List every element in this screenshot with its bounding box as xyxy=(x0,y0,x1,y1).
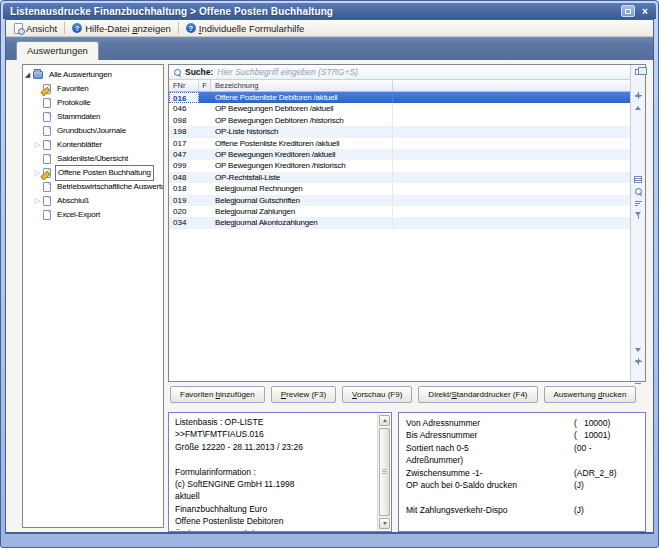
hilfe-datei-label: Hilfe-Datei anzeigen xyxy=(85,23,171,34)
row-name: OP Bewegungen Debitoren /historisch xyxy=(211,115,393,126)
row-fnr: 046 xyxy=(169,103,199,114)
tab-auswertungen[interactable]: Auswertungen xyxy=(16,41,99,60)
scroll-top-icon[interactable] xyxy=(632,78,645,89)
close-button[interactable]: × xyxy=(638,5,652,17)
info-scrollbar[interactable] xyxy=(377,414,390,530)
info-line: Änd. 04.10.2012 <hda> xyxy=(175,528,373,532)
tree-root-alle-auswertungen[interactable]: ◢ Alle Auswertungen xyxy=(23,68,163,82)
title-bar[interactable]: Listenausdrucke Finanzbuchhaltung > Offe… xyxy=(3,3,656,19)
search-bar[interactable]: Suche: Hier Suchbegriff eingeben (STRG+S… xyxy=(169,65,630,80)
zoom-icon[interactable] xyxy=(632,186,645,197)
tree-item-favoriten[interactable]: Favoriten xyxy=(23,82,163,96)
row-name: Belegjournal Zahlungen xyxy=(211,206,393,217)
table-row[interactable]: 048 OP-Rechtsfall-Liste xyxy=(169,172,630,183)
table-row[interactable]: 020 Belegjournal Zahlungen xyxy=(169,206,630,217)
tree-item-excel-export[interactable]: Excel-Export xyxy=(23,208,163,222)
parameter-row: Von Adressnummer( 10000) xyxy=(406,417,639,429)
search-input[interactable]: Hier Suchbegriff eingeben (STRG+S) xyxy=(217,67,358,77)
column-list-icon[interactable] xyxy=(632,174,645,185)
direkt-standarddrucker-button[interactable]: Direkt/Standarddrucker (F4) xyxy=(418,386,537,403)
tree-item-offene-posten-buchhaltung[interactable]: ▷ Offene Posten Buchhaltung xyxy=(23,166,163,180)
search-icon xyxy=(174,69,181,76)
restore-button[interactable] xyxy=(621,5,635,17)
tree-item-kontenblaetter[interactable]: ▷ Kontenblätter xyxy=(23,138,163,152)
toolbar: Ansicht ? Hilfe-Datei anzeigen ? Individ… xyxy=(6,20,653,37)
row-flag xyxy=(199,103,211,114)
table-row[interactable]: 017 Offene Postenliste Kreditoren /aktue… xyxy=(169,138,630,149)
chevron-right-icon[interactable]: ▷ xyxy=(33,138,42,152)
table-row[interactable]: 034 Belegjournal Akontozahlungen xyxy=(169,217,630,228)
vorschau-button[interactable]: Vorschau (F9) xyxy=(342,386,412,403)
tree-item-label: Protokolle xyxy=(55,96,93,110)
main-area: ◢ Alle Auswertungen Favoriten Protokolle xyxy=(6,60,653,532)
document-icon xyxy=(43,126,51,136)
column-header-fnr[interactable]: FNr xyxy=(169,80,199,91)
info-line: Formularinformation : xyxy=(175,466,373,478)
table-row[interactable]: 016 Offene Postenliste Debitoren /aktuel… xyxy=(169,92,630,103)
hilfe-datei-anzeigen-button[interactable]: ? Hilfe-Datei anzeigen xyxy=(67,21,176,36)
scroll-up-icon[interactable] xyxy=(632,102,645,113)
restore-icon xyxy=(625,9,631,14)
ansicht-button[interactable]: Ansicht xyxy=(9,21,62,36)
column-header-flag[interactable]: F xyxy=(199,80,211,91)
column-header-bezeichnung[interactable]: Bezeichnung xyxy=(211,80,393,91)
row-fnr: 099 xyxy=(169,160,199,171)
parameter-row: Bis Adressnummer( 10001) xyxy=(406,429,639,441)
report-list-panel: Suche: Hier Suchbegriff eingeben (STRG+S… xyxy=(168,64,646,382)
scroll-page-up-icon[interactable] xyxy=(632,90,645,101)
app-window: Listenausdrucke Finanzbuchhaltung > Offe… xyxy=(0,0,659,548)
tree-item-saldenliste-uebersicht[interactable]: Saldenliste/Übersicht xyxy=(23,152,163,166)
table-row[interactable]: 099 OP Bewegungen Kreditoren /historisch xyxy=(169,160,630,171)
scrollbar-thumb[interactable] xyxy=(379,428,390,516)
tree-item-stammdaten[interactable]: Stammdaten xyxy=(23,110,163,124)
scroll-bottom-icon[interactable] xyxy=(632,368,645,379)
info-line: Offene Postenliste Debitoren xyxy=(175,515,373,527)
client-area: Ansicht ? Hilfe-Datei anzeigen ? Individ… xyxy=(5,19,654,534)
document-icon xyxy=(43,112,51,122)
row-name: Belegjournal Rechnungen xyxy=(211,183,393,194)
document-star-icon xyxy=(43,84,51,94)
row-fnr: 017 xyxy=(169,138,199,149)
row-flag xyxy=(199,126,211,137)
document-icon xyxy=(43,182,51,192)
tree-item-protokolle[interactable]: Protokolle xyxy=(23,96,163,110)
help-icon: ? xyxy=(72,23,82,33)
scroll-up-icon[interactable] xyxy=(379,415,390,426)
info-line: (c) SoftENGINE GmbH 11.1998 xyxy=(175,478,373,490)
tree-item-label: Offene Posten Buchhaltung xyxy=(55,165,154,181)
tree-expanded-icon[interactable]: ◢ xyxy=(23,68,32,82)
tree-item-betriebswirtschaftliche-auswertungen[interactable]: Betriebswirtschaftliche Auswertungen xyxy=(23,180,163,194)
row-flag xyxy=(199,206,211,217)
table-row[interactable]: 019 Belegjournal Gutschriften xyxy=(169,195,630,206)
table-row[interactable]: 198 OP-Liste historisch xyxy=(169,126,630,137)
table-side-toolbar xyxy=(630,65,645,381)
row-flag xyxy=(199,115,211,126)
row-flag xyxy=(199,149,211,160)
row-flag xyxy=(199,160,211,171)
individuelle-formularhilfe-button[interactable]: ? Individuelle Formularhilfe xyxy=(181,21,310,36)
document-edit-icon xyxy=(43,168,51,178)
form-info-panel: Listenbasis : OP-LISTE >>FMT\FMTFIAUS.01… xyxy=(168,412,392,532)
table-row[interactable]: 046 OP Bewegungen Debitoren /aktuell xyxy=(169,103,630,114)
preview-document-icon xyxy=(14,23,23,34)
favoriten-hinzufuegen-button[interactable]: Favoriten hinzufügen xyxy=(170,386,265,403)
row-name: OP-Rechtsfall-Liste xyxy=(211,172,393,183)
auswertung-drucken-button[interactable]: Auswertung drucken xyxy=(544,386,637,403)
tree-item-abschluss[interactable]: ▷ Abschluß xyxy=(23,194,163,208)
table-row[interactable]: 098 OP Bewegungen Debitoren /historisch xyxy=(169,115,630,126)
scroll-down-icon[interactable] xyxy=(632,344,645,355)
filter-icon[interactable] xyxy=(632,210,645,221)
info-line: >>FMT\FMTFIAUS.016 xyxy=(175,428,373,440)
preview-button[interactable]: Preview (F3) xyxy=(271,386,336,403)
sort-icon[interactable] xyxy=(632,198,645,209)
chevron-right-icon[interactable]: ▷ xyxy=(33,194,42,208)
table-row[interactable]: 047 OP Bewegungen Kreditoren /aktuell xyxy=(169,149,630,160)
table-row[interactable]: 018 Belegjournal Rechnungen xyxy=(169,183,630,194)
parameter-row: Mit Zahlungsverkehr-Dispo(J) xyxy=(406,504,639,516)
scroll-down-icon[interactable] xyxy=(379,518,390,529)
tree-item-grundbuch-journale[interactable]: Grundbuch/Journale xyxy=(23,124,163,138)
row-flag xyxy=(199,183,211,194)
document-icon xyxy=(43,140,51,150)
parameter-row xyxy=(406,491,639,503)
parameter-row: Sortiert nach 0-5(00 - xyxy=(406,442,639,454)
